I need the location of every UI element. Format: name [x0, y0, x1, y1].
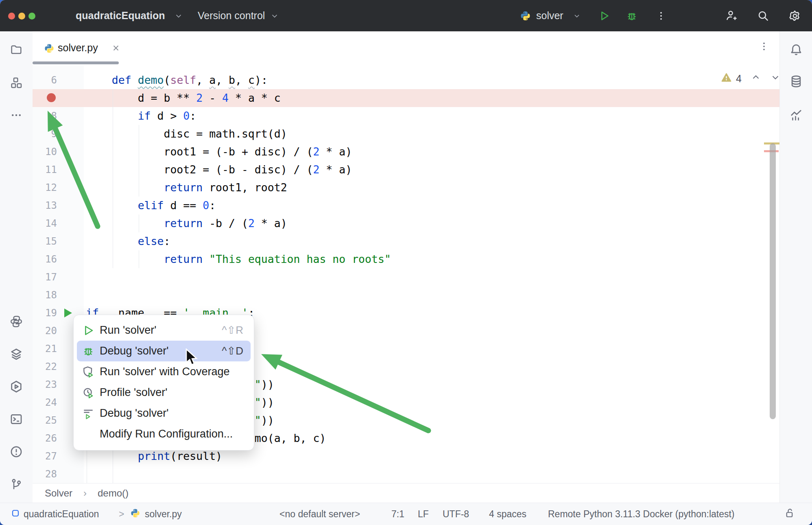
code-token: disc = math.sqrt(d): [86, 127, 287, 140]
run-button[interactable]: [598, 10, 610, 22]
gutter-line-number: 9: [33, 125, 57, 143]
run-gutter-icon[interactable]: [64, 308, 72, 317]
code-token: print: [138, 450, 170, 462]
sidebar-item-structure[interactable]: [10, 76, 23, 89]
code-token: root1, root2: [203, 181, 287, 194]
code-line: root1 = (-b + disc) / (2 * a): [86, 143, 352, 161]
code-token: ,: [216, 74, 229, 86]
code-line: root2 = (-b - disc) / (2 * a): [86, 161, 352, 179]
status-interpreter[interactable]: Remote Python 3.11.3 Docker (python:late…: [548, 503, 735, 525]
status-line-ending[interactable]: LF: [418, 503, 429, 525]
code-token: return: [164, 217, 203, 230]
sidebar-item-layers[interactable]: [9, 347, 23, 361]
code-token: (result): [170, 450, 222, 462]
code-token: def: [112, 74, 131, 86]
gutter-line-number: 21: [33, 340, 57, 358]
code-token: [86, 217, 164, 230]
code-token: -b / (: [203, 217, 248, 230]
status-server[interactable]: <no default server>: [279, 503, 360, 525]
python-file-icon: [44, 43, 55, 55]
code-token: ,: [235, 74, 248, 86]
status-crumb-separator: >: [119, 503, 124, 525]
sidebar-item-folder[interactable]: [10, 43, 23, 56]
code-token: a: [209, 74, 216, 86]
menu-item-debug-solver-[interactable]: Debug 'solver': [77, 403, 251, 424]
bug-icon: [82, 345, 95, 358]
code-token: [86, 450, 138, 462]
code-token: -: [203, 92, 222, 104]
lock-icon[interactable]: [784, 508, 796, 521]
sidebar-item-services[interactable]: [9, 380, 23, 394]
code-token: [86, 253, 164, 265]
editor-scrollbar[interactable]: [770, 143, 776, 419]
traffic-light-close[interactable]: [8, 13, 15, 20]
gutter-line-number: 16: [33, 250, 57, 268]
breadcrumb-class[interactable]: Solver: [45, 483, 72, 503]
sidebar-item-python-outline[interactable]: [9, 315, 23, 328]
gutter-line-number: 15: [33, 232, 57, 250]
sidebar-item-more-h[interactable]: [10, 109, 22, 121]
code-token: 2: [196, 92, 203, 104]
sidebar-item-database[interactable]: [789, 74, 803, 88]
close-icon[interactable]: [111, 44, 120, 54]
code-token: 2: [248, 217, 255, 230]
menu-item-run-solver-with-coverage[interactable]: Run 'solver' with Coverage: [77, 361, 251, 382]
tab-options-icon[interactable]: [759, 41, 769, 53]
menu-item-profile-solver-[interactable]: Profile 'solver': [77, 382, 251, 403]
left-toolbar: [0, 31, 33, 503]
code-token: self: [170, 74, 196, 86]
play-outline-icon: [82, 324, 95, 337]
status-file-crumb[interactable]: solver.py: [145, 503, 182, 525]
sidebar-item-chart[interactable]: [789, 108, 803, 122]
menu-item-shortcut: ^⇧R: [222, 320, 243, 341]
breadcrumb-method[interactable]: demo(): [98, 483, 129, 503]
code-token: [86, 199, 138, 212]
traffic-light-zoom[interactable]: [28, 13, 35, 20]
vcs-widget[interactable]: Version control: [198, 0, 265, 31]
chevron-up-icon[interactable]: [751, 72, 761, 85]
gutter-line-number: 10: [33, 143, 57, 161]
ide-window: quadraticEquation Version control solver…: [0, 0, 812, 525]
code-token: 2: [313, 163, 319, 176]
run-config-selector[interactable]: solver: [536, 0, 563, 31]
code-token: 0: [203, 199, 209, 212]
menu-item-label: Debug 'solver': [100, 341, 168, 361]
coverage-icon: [82, 365, 95, 378]
tab-label: solver.py: [58, 31, 98, 64]
tab-solver-py[interactable]: solver.py: [33, 31, 119, 65]
sidebar-item-problems[interactable]: [9, 445, 23, 459]
chevron-down-icon[interactable]: [770, 72, 779, 85]
menu-item-run-solver-[interactable]: Run 'solver'^⇧R: [77, 320, 251, 341]
breadcrumb-separator: ›: [83, 483, 87, 503]
sidebar-item-branch[interactable]: [10, 478, 23, 491]
python-file-icon: [130, 508, 140, 521]
more-options-icon[interactable]: [656, 11, 666, 21]
sidebar-item-terminal[interactable]: [9, 412, 23, 426]
sidebar-item-bell[interactable]: [789, 43, 803, 57]
menu-item-label: Run 'solver': [100, 320, 156, 341]
code-token: :: [209, 199, 216, 212]
settings-gear-icon[interactable]: [788, 9, 801, 22]
status-project-crumb[interactable]: quadraticEquation: [24, 503, 99, 525]
active-tab-indicator: [33, 61, 119, 64]
inspections-widget[interactable]: 4: [721, 72, 779, 85]
menu-item-debug-solver-[interactable]: Debug 'solver'^⇧D: [77, 341, 251, 361]
menu-item-modify-run-configuration-[interactable]: Modify Run Configuration...: [77, 424, 251, 444]
code-token: [86, 74, 112, 86]
status-caret-position[interactable]: 7:1: [391, 503, 404, 525]
code-line: def demo(self, a, b, c):: [86, 71, 268, 89]
project-widget[interactable]: quadraticEquation: [76, 0, 165, 31]
chevron-down-icon: [174, 11, 183, 20]
code-token: )): [261, 396, 274, 409]
add-user-icon[interactable]: [725, 9, 738, 22]
traffic-light-minimize[interactable]: [18, 13, 25, 20]
status-indent[interactable]: 4 spaces: [489, 503, 526, 525]
debug-button[interactable]: [626, 10, 638, 22]
code-line: return "This equation has no roots": [86, 250, 391, 268]
code-line: return -b / (2 * a): [86, 214, 287, 232]
search-icon[interactable]: [757, 9, 770, 22]
code-token: root1 = (-b + disc) / (: [86, 145, 313, 158]
code-token: [86, 181, 164, 194]
breakpoint-dot[interactable]: [47, 93, 56, 102]
status-encoding[interactable]: UTF-8: [443, 503, 469, 525]
